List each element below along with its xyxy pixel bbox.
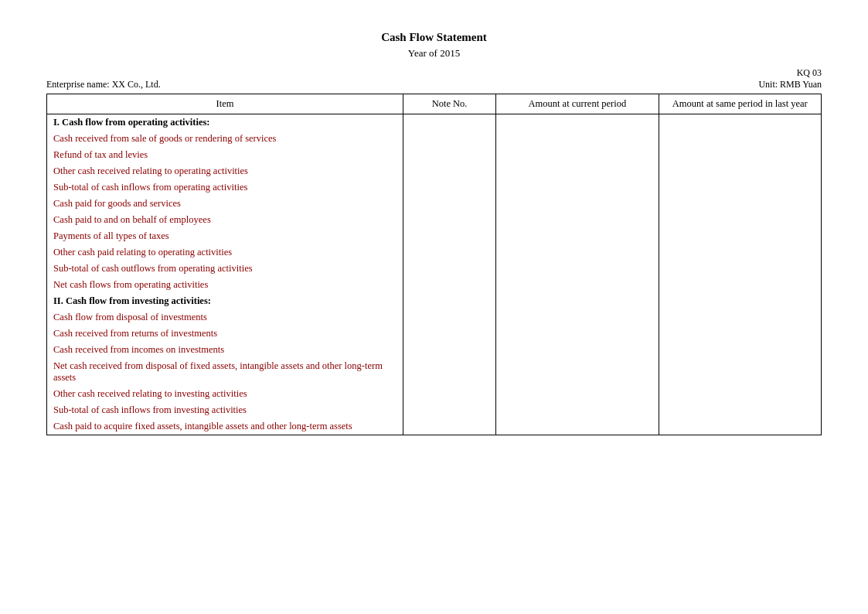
row-item: Cash received from sale of goods or rend… <box>47 131 403 147</box>
row-item: Payments of all types of taxes <box>47 228 403 244</box>
row-current <box>496 326 659 342</box>
row-last <box>659 402 821 418</box>
page-subtitle: Year of 2015 <box>46 47 822 60</box>
row-current <box>496 131 659 147</box>
row-item: Net cash flows from operating activities <box>47 277 403 293</box>
row-note <box>403 386 495 402</box>
table-row: Cash paid to and on behalf of employees <box>47 212 822 228</box>
row-current <box>496 386 659 402</box>
row-current <box>496 261 659 277</box>
row-last <box>659 261 821 277</box>
row-note <box>403 244 495 261</box>
row-last <box>659 147 821 163</box>
row-last <box>659 131 821 147</box>
row-note <box>403 147 495 163</box>
header-last: Amount at same period in last year <box>659 94 821 114</box>
row-note <box>403 402 495 418</box>
row-item: Sub-total of cash inflows from investing… <box>47 402 403 418</box>
row-item: Cash paid to acquire fixed assets, intan… <box>47 418 403 435</box>
table-row: I. Cash flow from operating activities: <box>47 114 822 131</box>
row-current <box>496 228 659 244</box>
row-note <box>403 418 495 435</box>
table-row: Sub-total of cash inflows from operating… <box>47 179 822 196</box>
table-row: Net cash received from disposal of fixed… <box>47 358 822 386</box>
row-note <box>403 342 495 358</box>
row-current <box>496 179 659 196</box>
table-row: Cash paid for goods and services <box>47 196 822 212</box>
row-last <box>659 386 821 402</box>
row-note <box>403 212 495 228</box>
row-item: II. Cash flow from investing activities: <box>47 293 403 309</box>
row-current <box>496 293 659 309</box>
row-note <box>403 261 495 277</box>
row-last <box>659 293 821 309</box>
enterprise-name: Enterprise name: XX Co., Ltd. <box>46 79 161 90</box>
row-note <box>403 179 495 196</box>
row-item: Cash flow from disposal of investments <box>47 309 403 326</box>
row-note <box>403 309 495 326</box>
table-row: Cash received from incomes on investment… <box>47 342 822 358</box>
row-note <box>403 114 495 131</box>
row-item: Other cash paid relating to operating ac… <box>47 244 403 261</box>
row-last <box>659 179 821 196</box>
table-row: II. Cash flow from investing activities: <box>47 293 822 309</box>
row-last <box>659 326 821 342</box>
row-note <box>403 196 495 212</box>
row-current <box>496 309 659 326</box>
row-current <box>496 196 659 212</box>
row-current <box>496 163 659 179</box>
table-row: Sub-total of cash inflows from investing… <box>47 402 822 418</box>
unit-label: Unit: RMB Yuan <box>758 79 822 90</box>
row-note <box>403 293 495 309</box>
row-item: Net cash received from disposal of fixed… <box>47 358 403 386</box>
row-note <box>403 358 495 386</box>
row-last <box>659 342 821 358</box>
row-current <box>496 342 659 358</box>
table-row: Cash received from sale of goods or rend… <box>47 131 822 147</box>
row-current <box>496 277 659 293</box>
row-item: I. Cash flow from operating activities: <box>47 114 403 131</box>
table-row: Refund of tax and levies <box>47 147 822 163</box>
table-row: Cash flow from disposal of investments <box>47 309 822 326</box>
row-item: Cash paid for goods and services <box>47 196 403 212</box>
row-last <box>659 212 821 228</box>
row-last <box>659 163 821 179</box>
row-current <box>496 212 659 228</box>
row-last <box>659 244 821 261</box>
cash-flow-table: Item Note No. Amount at current period A… <box>46 94 822 435</box>
row-current <box>496 402 659 418</box>
row-current <box>496 418 659 435</box>
row-current <box>496 114 659 131</box>
row-note <box>403 228 495 244</box>
table-row: Cash received from returns of investment… <box>47 326 822 342</box>
row-last <box>659 277 821 293</box>
row-last <box>659 358 821 386</box>
row-last <box>659 418 821 435</box>
row-last <box>659 309 821 326</box>
row-note <box>403 131 495 147</box>
row-last <box>659 114 821 131</box>
row-note <box>403 326 495 342</box>
row-current <box>496 244 659 261</box>
row-item: Other cash received relating to operatin… <box>47 163 403 179</box>
table-row: Payments of all types of taxes <box>47 228 822 244</box>
header-item: Item <box>47 94 403 114</box>
table-row: Other cash received relating to operatin… <box>47 163 822 179</box>
table-row: Other cash paid relating to operating ac… <box>47 244 822 261</box>
table-row: Other cash received relating to investin… <box>47 386 822 402</box>
row-item: Cash received from returns of investment… <box>47 326 403 342</box>
row-item: Sub-total of cash inflows from operating… <box>47 179 403 196</box>
row-last <box>659 228 821 244</box>
row-item: Cash paid to and on behalf of employees <box>47 212 403 228</box>
header-note: Note No. <box>403 94 495 114</box>
row-note <box>403 277 495 293</box>
table-row: Cash paid to acquire fixed assets, intan… <box>47 418 822 435</box>
header-current: Amount at current period <box>496 94 659 114</box>
row-current <box>496 147 659 163</box>
table-row: Net cash flows from operating activities <box>47 277 822 293</box>
table-row: Sub-total of cash outflows from operatin… <box>47 261 822 277</box>
row-current <box>496 358 659 386</box>
row-last <box>659 196 821 212</box>
row-item: Sub-total of cash outflows from operatin… <box>47 261 403 277</box>
page-title: Cash Flow Statement <box>46 31 822 44</box>
